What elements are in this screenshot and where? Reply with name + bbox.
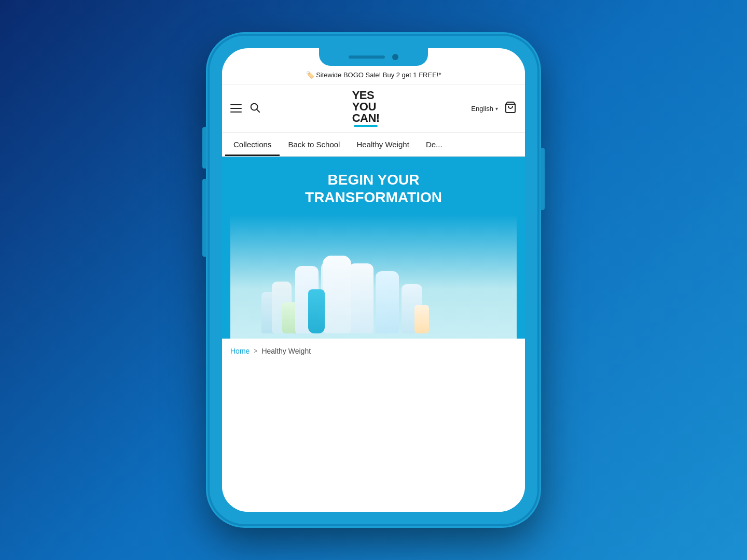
nav-bar: Collections Back to School Healthy Weigh… — [222, 133, 525, 157]
product-bottle-4 — [349, 263, 374, 333]
nav-item-healthy-weight[interactable]: Healthy Weight — [348, 133, 417, 156]
phone-screen: 🏷️ Sitewide BOGO Sale! Buy 2 get 1 FREE!… — [222, 48, 525, 512]
notch — [319, 48, 428, 66]
language-label: English — [471, 105, 493, 113]
phone-frame: 🏷️ Sitewide BOGO Sale! Buy 2 get 1 FREE!… — [208, 34, 540, 526]
breadcrumb-current-page: Healthy Weight — [261, 347, 311, 355]
logo-text: YES YOU CAN! — [352, 90, 380, 124]
promo-emoji: 🏷️ — [306, 71, 314, 79]
hero-section: BEGIN YOUR TRANSFORMATION — [222, 157, 525, 339]
nav-item-collections[interactable]: Collections — [225, 133, 280, 156]
product-shaker — [308, 289, 325, 333]
search-button[interactable] — [249, 102, 260, 115]
hero-title: BEGIN YOUR TRANSFORMATION — [230, 171, 517, 206]
front-camera — [392, 54, 398, 60]
breadcrumb-home-link[interactable]: Home — [230, 347, 250, 355]
header-right: English ▾ — [471, 101, 517, 116]
promo-text: Sitewide BOGO Sale! Buy 2 get 1 FREE!* — [316, 71, 441, 79]
product-bottle-center — [323, 256, 351, 333]
product-supplement-2 — [414, 305, 429, 333]
promo-banner[interactable]: 🏷️ Sitewide BOGO Sale! Buy 2 get 1 FREE!… — [222, 66, 525, 85]
nav-item-label: De... — [426, 140, 442, 149]
logo-accent-bar — [354, 125, 378, 127]
cart-button[interactable] — [504, 101, 517, 116]
speaker — [349, 55, 385, 59]
nav-item-more[interactable]: De... — [418, 133, 451, 156]
svg-line-1 — [257, 109, 259, 112]
header-left — [230, 102, 260, 115]
nav-item-back-to-school[interactable]: Back to School — [280, 133, 348, 156]
hamburger-menu-button[interactable] — [230, 104, 242, 113]
breadcrumb: Home > Healthy Weight — [230, 347, 517, 355]
products-display — [230, 214, 517, 339]
language-selector[interactable]: English ▾ — [471, 105, 498, 113]
breadcrumb-separator: > — [254, 347, 257, 355]
chevron-down-icon: ▾ — [495, 106, 498, 111]
logo[interactable]: YES YOU CAN! — [352, 90, 380, 127]
header: YES YOU CAN! English ▾ — [222, 85, 525, 133]
product-bottle-5 — [376, 271, 399, 333]
phone-wrapper: 🏷️ Sitewide BOGO Sale! Buy 2 get 1 FREE!… — [208, 34, 540, 526]
bottom-section: Home > Healthy Weight — [222, 339, 525, 512]
